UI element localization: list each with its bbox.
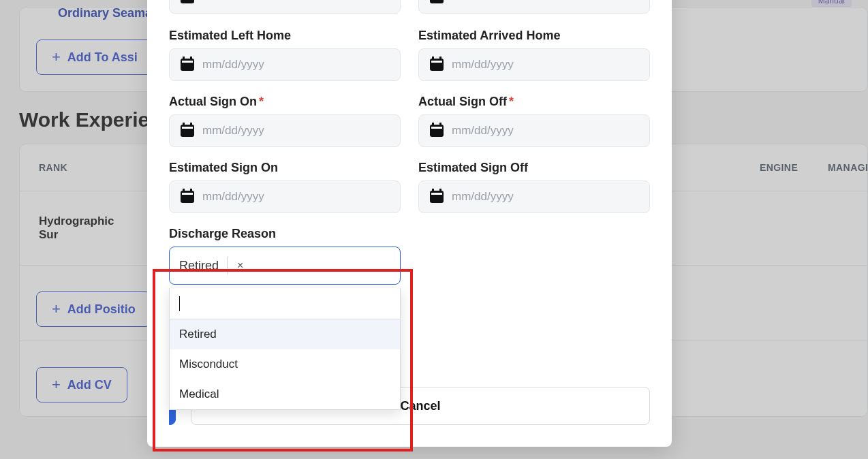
field-discharge-reason: Discharge Reason Retired × Retired Misco…: [169, 227, 401, 285]
label-est-left-home: Estimated Left Home: [169, 29, 401, 43]
date-input[interactable]: [452, 124, 638, 138]
calendar-icon: [430, 125, 444, 137]
option-medical[interactable]: Medical: [170, 379, 400, 409]
input-actual-sign-off[interactable]: [418, 114, 650, 147]
calendar-icon: [181, 125, 194, 137]
discharge-selected-chip: Retired: [179, 259, 219, 273]
calendar-icon: [181, 191, 194, 203]
label-discharge-reason: Discharge Reason: [169, 227, 401, 241]
required-marker: *: [259, 95, 264, 108]
date-input[interactable]: [452, 190, 638, 204]
input-actual-sign-on[interactable]: [169, 114, 401, 147]
date-input[interactable]: [202, 124, 389, 138]
field-est-sign-on: Estimated Sign On: [169, 161, 401, 213]
discharge-dropdown: Retired Misconduct Medical: [169, 288, 401, 410]
chip-separator: [227, 257, 228, 274]
text-caret: [179, 296, 180, 311]
field-actual-sign-on: Actual Sign On*: [169, 95, 401, 147]
option-retired[interactable]: Retired: [170, 319, 400, 349]
discharge-select[interactable]: Retired ×: [169, 247, 401, 285]
field-est-sign-off: Estimated Sign Off: [418, 161, 650, 213]
edit-experience-modal: Estimated Left Home Estimated Arrived Ho…: [147, 0, 672, 447]
input-est-sign-on[interactable]: [169, 180, 401, 213]
calendar-icon: [430, 191, 444, 203]
input-est-sign-off[interactable]: [418, 180, 650, 213]
option-misconduct[interactable]: Misconduct: [170, 349, 400, 379]
field-actual-sign-off: Actual Sign Off*: [418, 95, 650, 147]
input-est-left-home[interactable]: [169, 48, 401, 81]
calendar-icon: [181, 0, 194, 3]
calendar-icon: [430, 0, 444, 3]
dropdown-search-input[interactable]: [170, 288, 400, 319]
date-input[interactable]: [202, 190, 389, 204]
date-input[interactable]: [452, 0, 638, 4]
calendar-icon: [181, 59, 194, 71]
label-actual-sign-on: Actual Sign On*: [169, 95, 401, 109]
label-est-sign-off: Estimated Sign Off: [418, 161, 650, 175]
calendar-icon: [430, 59, 444, 71]
prev-date-input-2[interactable]: [418, 0, 650, 14]
date-input[interactable]: [452, 58, 638, 72]
input-est-arrived-home[interactable]: [418, 48, 650, 81]
field-est-left-home: Estimated Left Home: [169, 29, 401, 81]
label-est-sign-on: Estimated Sign On: [169, 161, 401, 175]
date-input[interactable]: [202, 58, 389, 72]
prev-date-input-1[interactable]: [169, 0, 401, 14]
required-marker: *: [509, 95, 514, 108]
date-input[interactable]: [202, 0, 389, 4]
clear-selection-icon[interactable]: ×: [236, 259, 245, 272]
field-est-arrived-home: Estimated Arrived Home: [418, 29, 650, 81]
label-actual-sign-off: Actual Sign Off*: [418, 95, 650, 109]
label-est-arrived-home: Estimated Arrived Home: [418, 29, 650, 43]
